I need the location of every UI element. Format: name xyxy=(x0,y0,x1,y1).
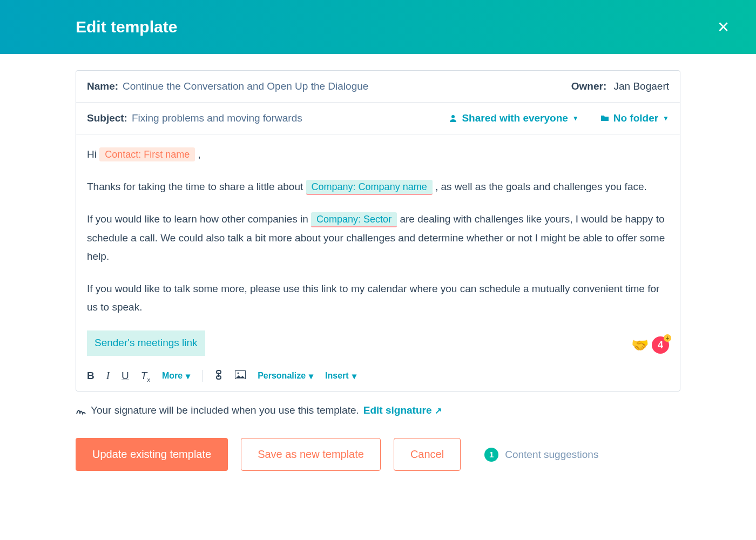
link-icon[interactable] xyxy=(214,370,223,382)
paragraph-1: Thanks for taking the time to share a li… xyxy=(87,178,669,196)
svg-point-0 xyxy=(451,115,455,118)
owner-field: Owner: Jan Bogaert xyxy=(571,80,669,92)
subject-label: Subject: xyxy=(87,112,127,124)
modal-header: Edit template × xyxy=(0,0,756,54)
greeting-line: Hi Contact: First name , xyxy=(87,145,669,164)
paragraph-3: If you would like to talk some more, ple… xyxy=(87,280,669,316)
subject-value[interactable]: Fixing problems and moving forwards xyxy=(132,112,302,124)
token-contact-firstname[interactable]: Contact: First name xyxy=(99,147,195,161)
external-link-icon: ↗ xyxy=(435,406,442,415)
notif-count: 4 xyxy=(658,336,663,354)
owner-label: Owner: xyxy=(571,80,606,92)
owner-value: Jan Bogaert xyxy=(614,80,669,92)
subject-row: Subject: Fixing problems and moving forw… xyxy=(76,103,680,134)
name-row: Name: Continue the Conversation and Open… xyxy=(76,71,680,103)
close-icon[interactable]: × xyxy=(718,16,729,38)
text: If you would like to learn how other com… xyxy=(87,213,311,225)
editor-toolbar: B I U Tx More▾ Personalize▾ Insert▾ xyxy=(76,366,680,392)
text: Hi xyxy=(87,148,99,160)
template-card: Name: Continue the Conversation and Open… xyxy=(76,70,680,392)
token-company-name[interactable]: Company: Company name xyxy=(306,180,433,195)
suggestions-count-badge: 1 xyxy=(484,448,498,462)
modal-body: Name: Continue the Conversation and Open… xyxy=(0,54,756,471)
signature-text: Your signature will be included when you… xyxy=(91,404,359,416)
clear-format-button[interactable]: Tx xyxy=(141,370,150,383)
update-template-button[interactable]: Update existing template xyxy=(76,438,228,471)
caret-down-icon: ▼ xyxy=(663,114,669,122)
edit-signature-link[interactable]: Edit signature ↗ xyxy=(363,404,442,416)
folder-dropdown[interactable]: No folder ▼ xyxy=(600,112,669,124)
bold-button[interactable]: B xyxy=(87,370,94,382)
signature-icon xyxy=(76,405,86,416)
text: , xyxy=(198,148,201,160)
token-meetings-link[interactable]: Sender's meetings link xyxy=(87,330,205,355)
handshake-icon[interactable]: 🤝 xyxy=(631,333,649,358)
paragraph-2: If you would like to learn how other com… xyxy=(87,210,669,266)
caret-down-icon: ▾ xyxy=(309,371,313,381)
sharing-dropdown[interactable]: Shared with everyone ▼ xyxy=(449,112,578,124)
notification-badge[interactable]: 4 xyxy=(652,336,669,354)
underline-button[interactable]: U xyxy=(122,370,129,382)
personalize-dropdown[interactable]: Personalize▾ xyxy=(258,371,313,381)
name-label: Name: xyxy=(87,80,118,92)
italic-button[interactable]: I xyxy=(106,370,110,382)
text: Thanks for taking the time to share a li… xyxy=(87,181,306,192)
sharing-label: Shared with everyone xyxy=(462,112,568,124)
separator xyxy=(202,370,202,382)
action-buttons: Update existing template Save as new tem… xyxy=(76,438,680,471)
modal-title: Edit template xyxy=(76,18,177,36)
user-icon xyxy=(449,114,457,123)
email-body-editor[interactable]: Hi Contact: First name , Thanks for taki… xyxy=(76,134,680,366)
folder-icon xyxy=(600,114,609,123)
suggestions-label: Content suggestions xyxy=(505,449,598,461)
text: , as well as the goals and challenges yo… xyxy=(435,181,647,192)
content-suggestions[interactable]: 1 Content suggestions xyxy=(484,448,598,462)
save-new-template-button[interactable]: Save as new template xyxy=(241,438,381,471)
token-company-sector[interactable]: Company: Sector xyxy=(311,212,397,227)
caret-down-icon: ▾ xyxy=(352,371,356,381)
insert-dropdown[interactable]: Insert▾ xyxy=(325,371,356,381)
name-value[interactable]: Continue the Conversation and Open Up th… xyxy=(123,80,368,92)
folder-label: No folder xyxy=(613,112,658,124)
more-dropdown[interactable]: More▾ xyxy=(162,371,190,381)
caret-down-icon: ▾ xyxy=(186,371,190,381)
svg-point-5 xyxy=(238,373,239,374)
signature-note: Your signature will be included when you… xyxy=(76,404,680,416)
caret-down-icon: ▼ xyxy=(572,114,579,122)
image-icon[interactable] xyxy=(235,370,246,382)
cancel-button[interactable]: Cancel xyxy=(394,438,461,471)
